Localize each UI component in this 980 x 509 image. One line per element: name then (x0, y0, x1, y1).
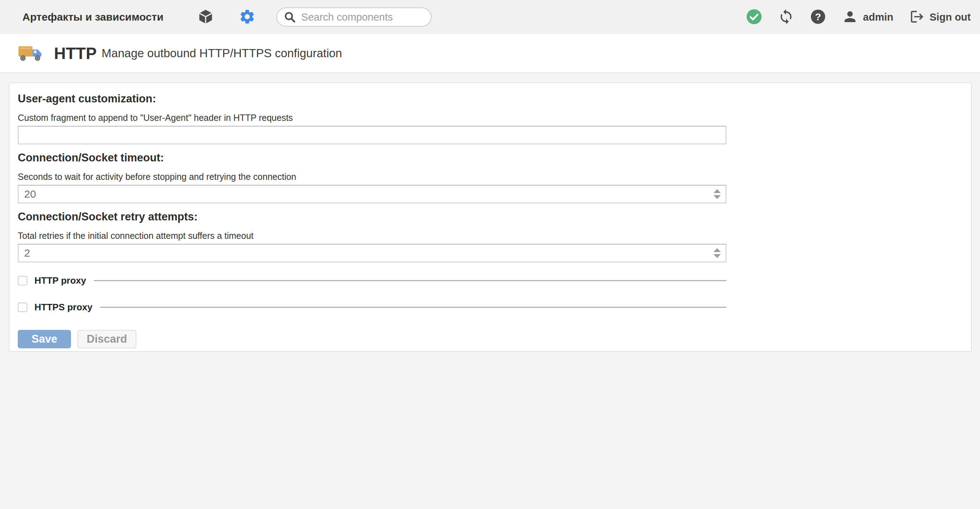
gear-icon (239, 8, 256, 26)
discard-button[interactable]: Discard (78, 330, 137, 348)
section-heading-timeout: Connection/Socket timeout: (18, 152, 971, 164)
topbar: Артефакты и зависимости (0, 0, 980, 34)
question-circle-icon: ? (810, 8, 826, 26)
username-label: admin (863, 11, 893, 23)
check-circle-icon (746, 8, 762, 26)
page-subtitle: Manage outbound HTTP/HTTPS configuration (102, 46, 342, 60)
field-label-user-agent: Custom fragment to append to "User-Agent… (18, 112, 971, 123)
retries-stepper-input[interactable] (18, 244, 726, 262)
user-icon (842, 8, 858, 26)
timeout-spinner[interactable] (714, 189, 721, 199)
browse-components-button[interactable] (197, 8, 214, 26)
http-proxy-checkbox[interactable] (18, 276, 27, 286)
user-agent-input[interactable] (18, 126, 726, 144)
package-cube-icon (197, 8, 214, 26)
truck-icon (18, 45, 43, 62)
save-button[interactable]: Save (18, 330, 71, 348)
retries-field-wrap (18, 244, 726, 262)
administration-button[interactable] (239, 8, 256, 26)
http-settings-page: { "topbar": { "title": "Артефакты и зави… (0, 0, 980, 509)
divider (100, 307, 726, 308)
topbar-right-cluster: ? admin Sign out (746, 8, 971, 26)
retries-spinner[interactable] (714, 248, 721, 258)
http-settings-card: User-agent customization: Custom fragmen… (9, 83, 972, 352)
feature-header: HTTP Manage outbound HTTP/HTTPS configur… (0, 34, 980, 73)
app-title: Артефакты и зависимости (22, 11, 163, 23)
search-icon (283, 11, 296, 24)
spin-down-icon[interactable] (714, 195, 721, 199)
spin-down-icon[interactable] (714, 254, 721, 258)
field-label-timeout: Seconds to wait for activity before stop… (18, 171, 971, 182)
section-heading-user-agent: User-agent customization: (18, 93, 971, 105)
http-proxy-row: HTTP proxy (18, 275, 726, 286)
refresh-icon (778, 8, 794, 26)
refresh-button[interactable] (778, 8, 794, 26)
search-input[interactable] (301, 11, 425, 24)
divider (94, 280, 726, 281)
sign-out-label: Sign out (929, 11, 971, 23)
https-proxy-label: HTTPS proxy (35, 302, 92, 313)
spin-up-icon[interactable] (714, 189, 721, 193)
https-proxy-checkbox[interactable] (18, 303, 27, 312)
http-proxy-label: HTTP proxy (35, 275, 86, 286)
sign-out-button[interactable]: Sign out (909, 9, 971, 26)
https-proxy-row: HTTPS proxy (18, 302, 726, 313)
timeout-field-wrap (18, 185, 726, 203)
page-title: HTTP (54, 44, 97, 63)
spin-up-icon[interactable] (714, 248, 721, 252)
page-body: User-agent customization: Custom fragmen… (0, 73, 980, 352)
user-agent-field-wrap (18, 126, 726, 144)
form-buttons-row: Save Discard (18, 330, 971, 348)
search-box[interactable] (276, 8, 431, 27)
timeout-stepper-input[interactable] (18, 185, 726, 203)
svg-text:?: ? (815, 11, 821, 22)
health-status-button[interactable] (746, 8, 762, 26)
user-menu-button[interactable]: admin (842, 8, 893, 26)
help-button[interactable]: ? (810, 8, 826, 26)
section-heading-retries: Connection/Socket retry attempts: (18, 211, 971, 223)
sign-out-icon (909, 9, 924, 26)
field-label-retries: Total retries if the initial connection … (18, 230, 971, 241)
